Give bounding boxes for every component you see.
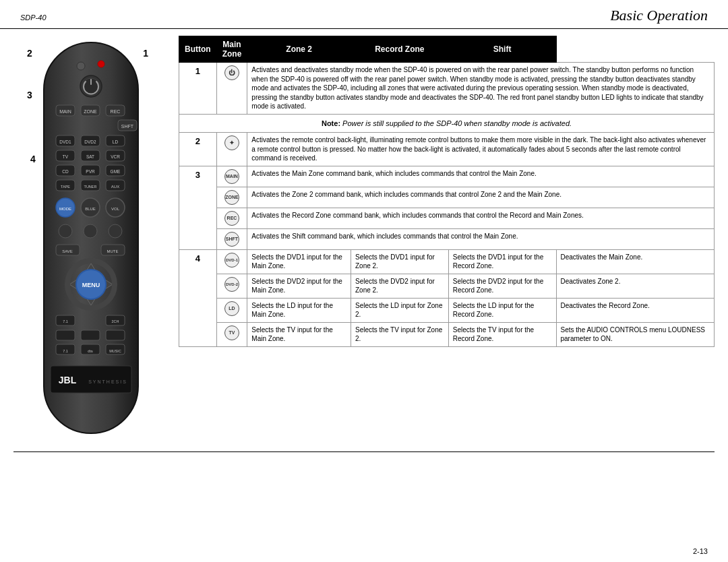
svg-text:2CH: 2CH (111, 319, 119, 323)
light-icon: ✦ (224, 135, 239, 150)
table-row-3-rec: REC Activates the Record Zone command ba… (179, 208, 715, 228)
table-row-3-zone: ZONE Activates the Zone 2 command bank, … (179, 187, 715, 208)
ld-icon: LD (224, 301, 239, 316)
svg-rect-62 (81, 330, 100, 340)
svg-text:MUSIC: MUSIC (109, 349, 121, 353)
note-row: Note: Power is still supplied to the SDP… (179, 114, 715, 133)
row-4-dvd1-zone2: Selects the DVD1 input for Zone 2. (351, 249, 448, 274)
remote-wrapper: 2 1 3 4 (24, 36, 158, 441)
col-shift: Shift (448, 36, 556, 63)
svg-text:VOL: VOL (111, 207, 120, 211)
row-2-desc: Activates the remote control back-light,… (247, 133, 715, 166)
row-4-dvd1-main: Selects the DVD1 input for the Main Zone… (247, 249, 351, 274)
row-4-dvd2-shift: Deactivates Zone 2. (556, 274, 715, 298)
svg-text:TAPE: TAPE (61, 185, 70, 189)
row-4-ld-shift: Deactivates the Record Zone. (556, 298, 715, 322)
svg-text:PVR: PVR (86, 169, 95, 174)
note-text: Note: Power is still supplied to the SDP… (179, 114, 715, 133)
row-4-dvd2-record: Selects the DVD2 input for the Record Zo… (448, 274, 556, 298)
row-num-3: 3 (179, 166, 217, 249)
main-content: 2 1 3 4 (0, 29, 728, 448)
svg-text:LD: LD (113, 139, 119, 144)
svg-text:GME: GME (111, 169, 121, 174)
model-label: SDP-40 (20, 13, 47, 22)
tv-icon: TV (224, 325, 239, 340)
row-num-2: 2 (179, 133, 217, 166)
col-button: Button (179, 36, 217, 63)
row-3-zone-desc: Activates the Zone 2 command bank, which… (247, 187, 715, 208)
table-row-3-shft: SHFT Activates the Shift command bank, w… (179, 228, 715, 249)
main-table: Button Main Zone Zone 2 Record Zone Shif… (179, 36, 715, 347)
table-row-4-dvd1: 4 DVD-1 Selects the DVD1 input for the M… (179, 249, 715, 274)
row-4-dvd1-record: Selects the DVD1 input for the Record Zo… (448, 249, 556, 274)
svg-text:MAIN: MAIN (59, 109, 71, 114)
remote-illustration: MAIN ZONE REC SHFT DVD1 DVD2 LD TV (24, 36, 158, 440)
main-icon: MAIN (224, 169, 239, 184)
svg-text:TV: TV (63, 154, 69, 159)
zone-icon: ZONE (224, 190, 239, 205)
svg-point-2 (98, 61, 104, 67)
page-title: Basic Operation (610, 7, 708, 24)
svg-point-45 (109, 224, 122, 238)
row-4-dvd2-icon: DVD-2 (216, 274, 247, 298)
label-3: 3 (27, 90, 32, 100)
svg-text:AUX: AUX (111, 185, 119, 189)
table-row-4-ld: LD Selects the LD input for the Main Zon… (179, 298, 715, 322)
row-4-ld-icon: LD (216, 298, 247, 322)
row-4-dvd2-zone2: Selects the DVD2 input for Zone 2. (351, 274, 448, 298)
row-3-shft-icon: SHFT (216, 228, 247, 249)
label-2: 2 (27, 48, 32, 59)
table-row-2: 2 ✦ Activates the remote control back-li… (179, 133, 715, 166)
table-section: Button Main Zone Zone 2 Record Zone Shif… (179, 36, 715, 441)
svg-text:TUNER: TUNER (84, 185, 97, 189)
row-4-ld-main: Selects the LD input for the Main Zone. (247, 298, 351, 322)
dvd2-icon: DVD-2 (224, 277, 239, 292)
power-icon: ⏻ (224, 65, 239, 80)
row-3-zone-icon: ZONE (216, 187, 247, 208)
svg-text:7.1: 7.1 (63, 319, 68, 323)
svg-rect-63 (106, 330, 125, 340)
svg-text:REC: REC (111, 109, 121, 114)
table-row-4-dvd2: DVD-2 Selects the DVD2 input for the Mai… (179, 274, 715, 298)
svg-text:DVD2: DVD2 (84, 139, 96, 144)
svg-point-44 (84, 224, 97, 238)
label-4: 4 (30, 154, 36, 164)
svg-rect-61 (56, 330, 75, 340)
remote-section: 2 1 3 4 (13, 36, 169, 441)
svg-text:SAVE: SAVE (62, 249, 73, 253)
table-row-3-main: 3 MAIN Activates the Main Zone command b… (179, 166, 715, 187)
svg-text:SAT: SAT (86, 154, 94, 159)
row-num-4: 4 (179, 249, 217, 346)
note-italic: Power is still supplied to the SDP-40 wh… (342, 119, 572, 127)
row-3-rec-icon: REC (216, 208, 247, 228)
row-4-tv-main: Selects the TV input for the Main Zone. (247, 322, 351, 346)
page-header: SDP-40 Basic Operation (0, 0, 728, 29)
table-row-1: 1 ⏻ Activates and deactivates standby mo… (179, 63, 715, 115)
dvd1-icon: DVD-1 (224, 253, 239, 268)
row-4-tv-record: Selects the TV input for the Record Zone… (448, 322, 556, 346)
row-4-dvd1-shift: Deactivates the Main Zone. (556, 249, 715, 274)
svg-text:MUTE: MUTE (107, 249, 119, 253)
row-2-icon: ✦ (216, 133, 247, 166)
row-3-main-icon: MAIN (216, 166, 247, 187)
row-num-1: 1 (179, 63, 217, 115)
row-4-ld-record: Selects the LD input for the Record Zone… (448, 298, 556, 322)
row-4-dvd2-main: Selects the DVD2 input for the Main Zone… (247, 274, 351, 298)
row-1-desc: Activates and deactivates standby mode w… (247, 63, 715, 115)
label-1: 1 (143, 48, 148, 59)
svg-text:MENU: MENU (82, 282, 100, 288)
row-4-tv-icon: TV (216, 322, 247, 346)
row-4-ld-zone2: Selects the LD input for Zone 2. (351, 298, 448, 322)
footer-divider (13, 451, 715, 452)
row-3-main-desc: Activates the Main Zone command bank, wh… (247, 166, 715, 187)
row-3-shft-desc: Activates the Shift command bank, which … (247, 228, 715, 249)
col-record-zone: Record Zone (351, 36, 448, 63)
table-row-4-tv: TV Selects the TV input for the Main Zon… (179, 322, 715, 346)
svg-text:7.1: 7.1 (63, 349, 68, 353)
svg-text:VCR: VCR (111, 154, 120, 159)
row-1-icon: ⏻ (216, 63, 247, 115)
shft-icon: SHFT (224, 232, 239, 247)
svg-point-43 (59, 224, 72, 238)
svg-text:SHFT: SHFT (121, 124, 134, 129)
col-zone2: Zone 2 (247, 36, 351, 63)
